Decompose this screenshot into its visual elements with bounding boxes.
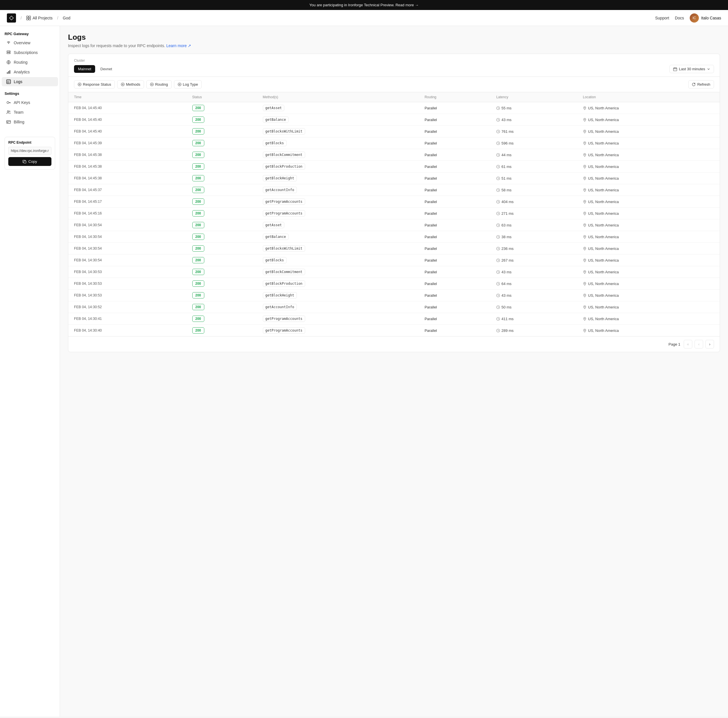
cell-routing: Parallel [419,196,491,208]
filter-log-type[interactable]: Log Type [174,80,202,89]
cell-latency: 267 ms [491,255,577,266]
sidebar-item-team[interactable]: Team [2,108,58,117]
cell-routing: Parallel [419,161,491,173]
table-row[interactable]: FEB 04, 14:30:54 200 getAsset Parallel 6… [68,219,720,231]
copy-label: Copy [28,159,37,163]
table-row[interactable]: FEB 04, 14:30:53 200 getBlockHeight Para… [68,290,720,301]
table-row[interactable]: FEB 04, 14:45:16 200 getProgramAccounts … [68,208,720,219]
rpc-endpoint-section: RPC Endpoint Copy [0,132,60,174]
filter-methods[interactable]: Methods [117,80,144,89]
table-row[interactable]: FEB 04, 14:45:38 200 getBlockHeight Para… [68,173,720,184]
svg-point-9 [9,53,10,53]
cell-status: 200 [187,255,257,266]
tab-mainnet[interactable]: Mainnet [74,65,95,73]
pagination-row: Page 1 « ‹ › [68,336,720,352]
table-header: Time Status Method(s) Routing Latency Lo… [68,92,720,102]
clock-icon [496,177,500,180]
table-row[interactable]: FEB 04, 14:45:40 200 getBalance Parallel… [68,114,720,126]
table-row[interactable]: FEB 04, 14:45:38 200 getBlockCommitment … [68,149,720,161]
cell-status: 200 [187,137,257,149]
refresh-button[interactable]: Refresh [688,80,714,89]
sidebar-item-api-keys[interactable]: API Keys [2,98,58,107]
table-row[interactable]: FEB 04, 14:45:40 200 getBlocksWithLimit … [68,126,720,137]
sidebar-item-logs[interactable]: Logs [2,77,58,86]
location-icon [583,282,587,286]
tab-devnet[interactable]: Devnet [96,65,116,73]
cell-time: FEB 04, 14:30:41 [68,313,187,325]
cell-latency: 44 ms [491,149,577,161]
sidebar-item-analytics[interactable]: Analytics [2,67,58,76]
cell-method: getAsset [257,219,419,231]
docs-link[interactable]: Docs [675,16,684,20]
cell-location: US, North America [577,266,720,278]
sidebar-item-billing[interactable]: Billing [2,118,58,127]
cell-status: 200 [187,290,257,301]
cell-method: getBlocksWithLimit [257,243,419,255]
cell-routing: Parallel [419,137,491,149]
cell-method: getAccountInfo [257,301,419,313]
table-row[interactable]: FEB 04, 14:45:17 200 getProgramAccounts … [68,196,720,208]
sidebar-item-subscriptions[interactable]: Subscriptions [2,48,58,57]
page-prev-button[interactable]: ‹ [694,340,703,348]
table-row[interactable]: FEB 04, 14:45:39 200 getBlocks Parallel … [68,137,720,149]
cell-time: FEB 04, 14:45:40 [68,114,187,126]
cell-method: getBlockHeight [257,173,419,184]
breadcrumb-god[interactable]: God [63,16,70,20]
cell-method: getProgramAccounts [257,325,419,336]
svg-rect-25 [24,161,26,163]
cell-time: FEB 04, 14:30:54 [68,243,187,255]
svg-point-63 [584,224,585,225]
copy-button[interactable]: Copy [8,157,51,166]
cell-routing: Parallel [419,231,491,243]
credit-card-icon [6,120,11,124]
filter-routing[interactable]: Routing [146,80,172,89]
table-icon [6,79,11,84]
cell-routing: Parallel [419,278,491,290]
sidebar-item-overview[interactable]: Overview [2,38,58,47]
cell-method: getBlockHeight [257,290,419,301]
cell-method: getBlockCommitment [257,149,419,161]
svg-point-81 [584,330,585,330]
page-title: Logs [68,33,720,42]
time-filter-button[interactable]: Last 30 minutes [670,65,714,73]
page-next-button[interactable]: › [705,340,714,348]
col-time: Time [68,92,187,102]
table-row[interactable]: FEB 04, 14:30:54 200 getBalance Parallel… [68,231,720,243]
cell-method: getBalance [257,114,419,126]
filter-response-status[interactable]: Response Status [74,80,115,89]
table-row[interactable]: FEB 04, 14:30:52 200 getAccountInfo Para… [68,301,720,313]
cell-latency: 236 ms [491,243,577,255]
server-icon [6,50,11,55]
rpc-endpoint-input[interactable] [8,147,51,155]
clock-icon [496,212,500,215]
table-header-row: Time Status Method(s) Routing Latency Lo… [68,92,720,102]
sidebar-item-routing[interactable]: Routing [2,58,58,67]
user-menu[interactable]: IC Italo Casas [690,14,721,23]
table-row[interactable]: FEB 04, 14:30:53 200 getBlockProduction … [68,278,720,290]
table-row[interactable]: FEB 04, 14:30:53 200 getBlockCommitment … [68,266,720,278]
page-label: Page 1 [668,342,680,347]
table-row[interactable]: FEB 04, 14:45:38 200 getBlockProduction … [68,161,720,173]
svg-rect-14 [9,70,10,74]
support-link[interactable]: Support [655,16,669,20]
location-icon [583,270,587,274]
table-row[interactable]: FEB 04, 14:45:40 200 getAsset Parallel 5… [68,102,720,114]
table-row[interactable]: FEB 04, 14:30:40 200 getProgramAccounts … [68,325,720,336]
table-row[interactable]: FEB 04, 14:45:37 200 getAccountInfo Para… [68,184,720,196]
table-row[interactable]: FEB 04, 14:30:54 200 getBlocks Parallel … [68,255,720,266]
page-first-button[interactable]: « [684,340,692,348]
learn-more-link[interactable]: Learn more ↗ [166,43,191,48]
sidebar-item-subscriptions-label: Subscriptions [14,50,38,55]
app-logo[interactable] [7,14,16,23]
cell-method: getBlockProduction [257,161,419,173]
clock-icon [496,130,500,133]
cell-latency: 43 ms [491,114,577,126]
table-row[interactable]: FEB 04, 14:30:41 200 getProgramAccounts … [68,313,720,325]
cell-routing: Parallel [419,149,491,161]
filter-methods-label: Methods [126,82,140,87]
table-row[interactable]: FEB 04, 14:30:54 200 getBlocksWithLimit … [68,243,720,255]
cell-location: US, North America [577,102,720,114]
cell-location: US, North America [577,173,720,184]
breadcrumb-all-projects[interactable]: All Projects [26,16,53,20]
sidebar: RPC Gateway Overview Subscriptions [0,26,60,716]
